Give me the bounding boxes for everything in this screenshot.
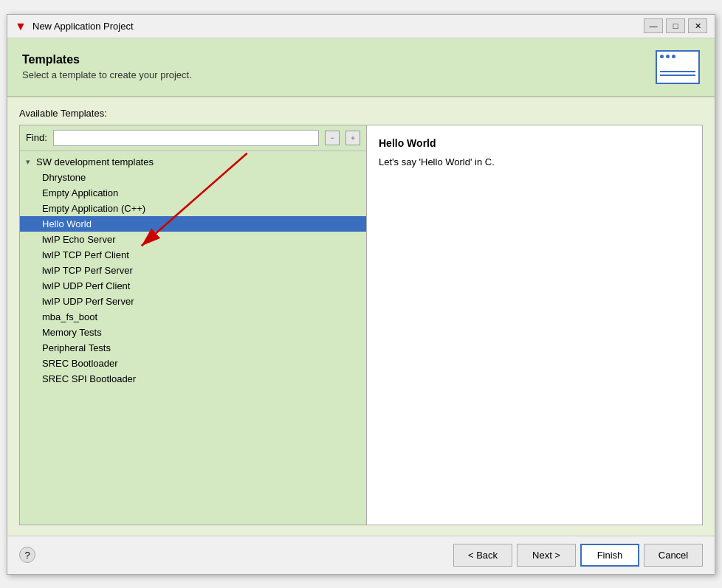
footer: ? < Back Next > Finish Cancel <box>7 536 715 574</box>
window-controls: — □ ✕ <box>644 18 707 33</box>
tree-item-hello-world[interactable]: Hello World <box>20 216 366 232</box>
header-subtitle: Select a template to create your project… <box>22 69 192 80</box>
tree-group[interactable]: ▾ SW development templates <box>20 154 366 170</box>
tree-item-dhrystone[interactable]: Dhrystone <box>20 170 366 185</box>
icon-lines <box>660 71 695 78</box>
tree-container: ▾ SW development templates Dhrystone Emp… <box>20 151 366 525</box>
tree-item-lwip-udp-perf-server[interactable]: lwIP UDP Perf Server <box>20 294 366 309</box>
minimize-button[interactable]: — <box>644 18 663 33</box>
cancel-button[interactable]: Cancel <box>644 544 703 567</box>
tree-item-empty-app[interactable]: Empty Application <box>20 185 366 201</box>
find-input[interactable] <box>53 130 319 146</box>
left-panel: Find: － ＋ ▾ SW development templates Dhr… <box>20 125 367 525</box>
title-bar: ▼ New Application Project — □ ✕ <box>7 15 715 38</box>
dot-1 <box>660 55 664 58</box>
tree-item-empty-app-cpp[interactable]: Empty Application (C++) <box>20 201 366 216</box>
footer-buttons: < Back Next > Finish Cancel <box>453 544 703 567</box>
tree-item-peripheral-tests[interactable]: Peripheral Tests <box>20 340 366 356</box>
expand-button[interactable]: ＋ <box>345 131 360 145</box>
header-section: Templates Select a template to create yo… <box>7 38 715 97</box>
available-label: Available Templates: <box>19 108 703 119</box>
content-area: Available Templates: Find: － ＋ ▾ SW deve… <box>7 97 715 536</box>
tree-item-memory-tests[interactable]: Memory Tests <box>20 325 366 340</box>
panels: Find: － ＋ ▾ SW development templates Dhr… <box>19 125 703 525</box>
maximize-button[interactable]: □ <box>666 18 685 33</box>
tree-item-lwip-tcp-perf-client[interactable]: lwIP TCP Perf Client <box>20 247 366 263</box>
help-button[interactable]: ? <box>19 547 35 563</box>
detail-description: Let's say 'Hello World' in C. <box>379 156 690 167</box>
header-title: Templates <box>22 53 192 66</box>
right-panel: Hello World Let's say 'Hello World' in C… <box>367 125 702 525</box>
app-icon: ▼ <box>15 20 27 32</box>
close-button[interactable]: ✕ <box>688 18 707 33</box>
back-button[interactable]: < Back <box>453 544 512 567</box>
collapse-button[interactable]: － <box>325 131 340 145</box>
dot-2 <box>666 55 670 58</box>
tree-toggle-icon: ▾ <box>26 157 36 167</box>
find-row: Find: － ＋ <box>20 125 366 151</box>
icon-dots <box>660 55 675 58</box>
tree-item-lwip-tcp-perf-server[interactable]: lwIP TCP Perf Server <box>20 263 366 278</box>
footer-left: ? <box>19 547 35 563</box>
main-window: ▼ New Application Project — □ ✕ Template… <box>7 14 715 575</box>
panels-wrapper: Find: － ＋ ▾ SW development templates Dhr… <box>19 125 703 525</box>
next-button[interactable]: Next > <box>517 544 576 567</box>
detail-title: Hello World <box>379 137 690 149</box>
tree-item-mba-fs-boot[interactable]: mba_fs_boot <box>20 309 366 325</box>
find-label: Find: <box>26 132 47 143</box>
tree-item-srec-spi-bootloader[interactable]: SREC SPI Bootloader <box>20 371 366 387</box>
icon-line-2 <box>660 75 695 76</box>
tree-group-label-text: SW development templates <box>36 156 154 167</box>
title-bar-left: ▼ New Application Project <box>15 20 134 32</box>
icon-line-1 <box>660 71 695 72</box>
tree-item-lwip-echo[interactable]: lwIP Echo Server <box>20 232 366 247</box>
tree-item-srec-bootloader[interactable]: SREC Bootloader <box>20 356 366 371</box>
window-title: New Application Project <box>32 21 134 32</box>
header-text: Templates Select a template to create yo… <box>22 53 192 80</box>
tree-item-lwip-udp-perf-client[interactable]: lwIP UDP Perf Client <box>20 278 366 294</box>
header-icon <box>656 50 700 84</box>
dot-3 <box>672 55 675 58</box>
finish-button[interactable]: Finish <box>580 544 639 567</box>
